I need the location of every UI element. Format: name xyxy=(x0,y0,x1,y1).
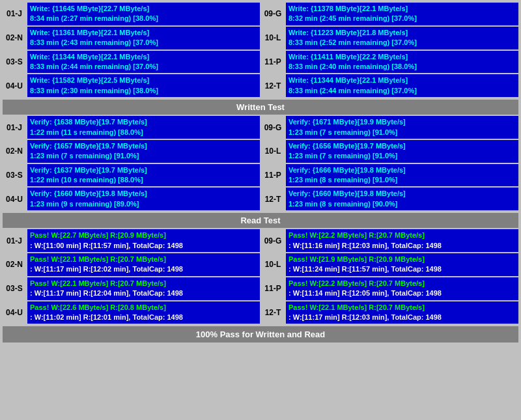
left-line1-3: Pass! W:[22.6 MByte/s] R:[20.8 MByte/s] xyxy=(30,303,257,313)
right-line1-2: Pass! W:[22.2 MByte/s] R:[20.7 MByte/s] xyxy=(289,279,516,288)
left-line1-1: Pass! W:[22.1 MByte/s] R:[20.7 MByte/s] xyxy=(30,255,257,264)
right-cell-1: Verify: {1656 MByte}[19.7 MByte/s]1:23 m… xyxy=(286,140,518,163)
left-line1-2: Write: {11344 MByte}[22.1 MByte/s] xyxy=(30,52,257,62)
left-cell-0: Pass! W:[22.7 MByte/s] R:[20.9 MByte/s]:… xyxy=(27,229,260,252)
read-test-label: Read Test xyxy=(240,216,280,225)
right-label-1: 10-L xyxy=(261,253,285,276)
left-line1-3: Write: {11582 MByte}[22.5 MByte/s] xyxy=(30,76,257,85)
right-cell-1: Write: {11223 MByte}[21.8 MByte/s]8:33 m… xyxy=(286,27,518,49)
right-line2-1: : W:[11:24 min] R:[11:57 min], TotalCap:… xyxy=(289,264,516,274)
left-label-3: 04-U xyxy=(3,188,26,210)
data-row-3: 04-UWrite: {11582 MByte}[22.5 MByte/s]8:… xyxy=(3,74,518,97)
left-cell-3: Verify: {1660 MByte}[19.8 MByte/s]1:23 m… xyxy=(27,188,260,210)
left-line2-2: 1:22 min (10 s remaining) [88.0%] xyxy=(30,175,257,185)
right-line2-3: 1:23 min (8 s remaining) [90.0%] xyxy=(289,199,516,209)
right-line2-1: 8:33 min (2:52 min remaining) [37.0%] xyxy=(289,38,516,48)
right-cell-3: Verify: {1660 MByte}[19.8 MByte/s]1:23 m… xyxy=(286,188,518,210)
right-label-3: 12-T xyxy=(261,301,285,324)
right-line2-0: 1:23 min (7 s remaining) [91.0%] xyxy=(289,128,516,137)
left-line2-1: 8:33 min (2:43 min remaining) [37.0%] xyxy=(30,38,257,48)
right-cell-0: Write: {11378 MByte}[22.1 MByte/s]8:32 m… xyxy=(286,3,518,25)
left-label-1: 02-N xyxy=(3,27,26,49)
right-cell-0: Pass! W:[22.2 MByte/s] R:[20.7 MByte/s]:… xyxy=(286,229,518,252)
verify-section: 01-JVerify: {1638 MByte}[19.7 MByte/s]1:… xyxy=(3,116,518,210)
left-cell-1: Write: {11361 MByte}[22.1 MByte/s]8:33 m… xyxy=(27,27,260,49)
left-label-0: 01-J xyxy=(3,229,26,252)
right-cell-3: Write: {11344 MByte}[22.1 MByte/s]8:33 m… xyxy=(286,74,518,97)
left-line2-1: 1:23 min (7 s remaining) [91.0%] xyxy=(30,151,257,161)
right-line1-0: Write: {11378 MByte}[22.1 MByte/s] xyxy=(289,4,516,14)
right-line1-1: Write: {11223 MByte}[21.8 MByte/s] xyxy=(289,28,516,38)
data-row-2: 03-SVerify: {1637 MByte}[19.7 MByte/s]1:… xyxy=(3,164,518,187)
left-line1-1: Write: {11361 MByte}[22.1 MByte/s] xyxy=(30,28,257,38)
data-row-1: 02-NWrite: {11361 MByte}[22.1 MByte/s]8:… xyxy=(3,27,518,49)
right-cell-2: Write: {11411 MByte}[22.2 MByte/s]8:33 m… xyxy=(286,51,518,74)
left-label-2: 03-S xyxy=(3,277,26,300)
right-label-0: 09-G xyxy=(261,229,285,252)
right-line2-0: 8:32 min (2:45 min remaining) [37.0%] xyxy=(289,14,516,23)
right-cell-2: Verify: {1666 MByte}[19.8 MByte/s]1:23 m… xyxy=(286,164,518,187)
left-label-2: 03-S xyxy=(3,164,26,187)
left-line2-0: 1:22 min (11 s remaining) [88.0%] xyxy=(30,128,257,137)
right-line1-1: Pass! W:[21.9 MByte/s] R:[20.9 MByte/s] xyxy=(289,255,516,264)
right-label-2: 11-P xyxy=(261,277,285,300)
right-cell-3: Pass! W:[22.1 MByte/s] R:[20.7 MByte/s]:… xyxy=(286,301,518,324)
left-label-0: 01-J xyxy=(3,3,26,25)
left-line2-0: : W:[11:00 min] R:[11:57 min], TotalCap:… xyxy=(30,241,257,251)
data-row-3: 04-UPass! W:[22.6 MByte/s] R:[20.8 MByte… xyxy=(3,301,518,324)
left-line2-2: : W:[11:17 min] R:[12:04 min], TotalCap:… xyxy=(30,288,257,298)
left-line2-0: 8:34 min (2:27 min remaining) [38.0%] xyxy=(30,14,257,23)
right-label-3: 12-T xyxy=(261,188,285,210)
right-label-1: 10-L xyxy=(261,140,285,163)
data-row-3: 04-UVerify: {1660 MByte}[19.8 MByte/s]1:… xyxy=(3,188,518,210)
right-line1-3: Verify: {1660 MByte}[19.8 MByte/s] xyxy=(289,189,516,199)
written-test-header: Written Test xyxy=(3,100,518,115)
left-cell-2: Verify: {1637 MByte}[19.7 MByte/s]1:22 m… xyxy=(27,164,260,187)
left-cell-3: Write: {11582 MByte}[22.5 MByte/s]8:33 m… xyxy=(27,74,260,97)
right-line1-1: Verify: {1656 MByte}[19.7 MByte/s] xyxy=(289,141,516,151)
data-row-0: 01-JPass! W:[22.7 MByte/s] R:[20.9 MByte… xyxy=(3,229,518,252)
right-label-2: 11-P xyxy=(261,51,285,74)
data-row-1: 02-NVerify: {1657 MByte}[19.7 MByte/s]1:… xyxy=(3,140,518,163)
left-label-1: 02-N xyxy=(3,253,26,276)
right-line2-2: 1:23 min (8 s remaining) [91.0%] xyxy=(289,175,516,185)
right-line2-3: : W:[11:17 min] R:[12:03 min], TotalCap:… xyxy=(289,313,516,322)
left-line1-2: Pass! W:[22.1 MByte/s] R:[20.7 MByte/s] xyxy=(30,279,257,288)
right-label-0: 09-G xyxy=(261,3,285,25)
write-section: 01-JWrite: {11645 MByte}[22.7 MByte/s]8:… xyxy=(3,3,518,115)
left-line2-3: 1:23 min (9 s remaining) [89.0%] xyxy=(30,199,257,209)
left-label-3: 04-U xyxy=(3,74,26,97)
left-cell-2: Pass! W:[22.1 MByte/s] R:[20.7 MByte/s]:… xyxy=(27,277,260,300)
left-label-0: 01-J xyxy=(3,116,26,139)
right-line2-3: 8:33 min (2:44 min remaining) [37.0%] xyxy=(289,86,516,96)
right-line1-3: Write: {11344 MByte}[22.1 MByte/s] xyxy=(289,76,516,85)
left-line1-0: Pass! W:[22.7 MByte/s] R:[20.9 MByte/s] xyxy=(30,231,257,240)
left-line1-0: Write: {11645 MByte}[22.7 MByte/s] xyxy=(30,4,257,14)
read-section: 01-JPass! W:[22.7 MByte/s] R:[20.9 MByte… xyxy=(3,229,518,324)
left-cell-0: Verify: {1638 MByte}[19.7 MByte/s]1:22 m… xyxy=(27,116,260,139)
left-line2-1: : W:[11:17 min] R:[12:02 min], TotalCap:… xyxy=(30,264,257,274)
written-test-label: Written Test xyxy=(236,102,285,112)
right-label-3: 12-T xyxy=(261,74,285,97)
left-label-3: 04-U xyxy=(3,301,26,324)
data-row-0: 01-JWrite: {11645 MByte}[22.7 MByte/s]8:… xyxy=(3,3,518,25)
right-label-1: 10-L xyxy=(261,27,285,49)
right-cell-0: Verify: {1671 MByte}[19.9 MByte/s]1:23 m… xyxy=(286,116,518,139)
right-cell-1: Pass! W:[21.9 MByte/s] R:[20.9 MByte/s]:… xyxy=(286,253,518,276)
right-label-0: 09-G xyxy=(261,116,285,139)
right-line1-2: Write: {11411 MByte}[22.2 MByte/s] xyxy=(289,52,516,62)
left-cell-1: Pass! W:[22.1 MByte/s] R:[20.7 MByte/s]:… xyxy=(27,253,260,276)
footer: 100% Pass for Written and Read xyxy=(3,326,518,343)
left-line1-2: Verify: {1637 MByte}[19.7 MByte/s] xyxy=(30,165,257,175)
left-cell-1: Verify: {1657 MByte}[19.7 MByte/s]1:23 m… xyxy=(27,140,260,163)
left-cell-3: Pass! W:[22.6 MByte/s] R:[20.8 MByte/s]:… xyxy=(27,301,260,324)
right-line1-0: Verify: {1671 MByte}[19.9 MByte/s] xyxy=(289,117,516,127)
left-cell-2: Write: {11344 MByte}[22.1 MByte/s]8:33 m… xyxy=(27,51,260,74)
footer-label: 100% Pass for Written and Read xyxy=(196,329,325,339)
data-row-2: 03-SPass! W:[22.1 MByte/s] R:[20.7 MByte… xyxy=(3,277,518,300)
left-line1-1: Verify: {1657 MByte}[19.7 MByte/s] xyxy=(30,141,257,151)
right-label-2: 11-P xyxy=(261,164,285,187)
right-line1-0: Pass! W:[22.2 MByte/s] R:[20.7 MByte/s] xyxy=(289,231,516,240)
right-line2-2: 8:33 min (2:40 min remaining) [38.0%] xyxy=(289,62,516,72)
left-cell-0: Write: {11645 MByte}[22.7 MByte/s]8:34 m… xyxy=(27,3,260,25)
